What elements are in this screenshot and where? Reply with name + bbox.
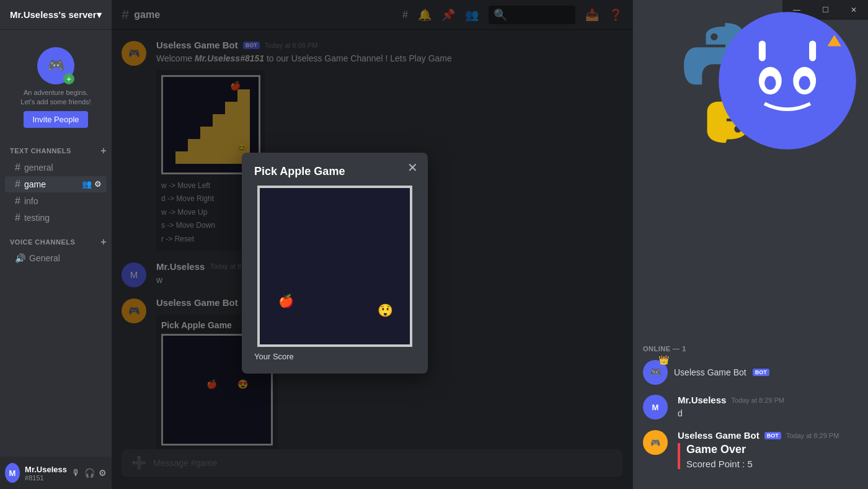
player-icon: 😲: [378, 303, 393, 318]
bot-badge: BOT: [753, 369, 769, 376]
voice-channel-name: General: [29, 253, 60, 263]
message-username: Mr.Useless: [678, 395, 726, 405]
server-name: Mr.Useless's server: [10, 9, 97, 20]
channel-sidebar: Mr.Useless's server ▾ 🎮 + An adventure b…: [0, 0, 112, 489]
profile-tagline: An adventure begins. Let's add some frie…: [20, 88, 91, 107]
speaker-icon: 🔊: [15, 253, 25, 263]
modal-score: Your Score: [254, 352, 415, 361]
voice-channels-header: VOICE CHANNELS +: [0, 227, 112, 250]
sidebar-body: 🎮 + An adventure begins. Let's add some …: [0, 30, 112, 457]
game-over-title: Game Over: [686, 443, 858, 456]
avatar: 🎮: [643, 430, 668, 455]
chevron-down-icon: ▾: [97, 9, 102, 20]
avatar: 🎮 +: [37, 47, 74, 84]
text-channels-header: TEXT CHANNELS +: [0, 135, 112, 159]
settings-icon[interactable]: ⚙: [99, 468, 107, 478]
profile-area: 🎮 + An adventure begins. Let's add some …: [0, 40, 112, 135]
microphone-icon[interactable]: 🎙: [72, 468, 81, 478]
online-banner: ONLINE — 1: [643, 345, 858, 352]
right-messages-content: ONLINE — 1 🎮 👑 Useless Game Bot BOT M Mr…: [633, 335, 868, 489]
modal-score-label: Your Score: [254, 352, 294, 361]
message-content: Useless Game Bot BOT Today at 8:29 PM Ga…: [678, 430, 858, 469]
sidebar-item-general[interactable]: # general: [5, 159, 107, 176]
right-message-1: M Mr.Useless Today at 8:29 PM d: [643, 395, 858, 420]
right-message-2: 🎮 Useless Game Bot BOT Today at 8:29 PM …: [643, 430, 858, 469]
message-time: Today at 8:29 PM: [786, 432, 839, 439]
invite-people-button[interactable]: Invite People: [24, 111, 87, 128]
crown-icon: 👑: [658, 355, 669, 365]
add-friend-icon[interactable]: +: [63, 73, 74, 84]
discord-logo: [713, 6, 862, 157]
message-content: Mr.Useless Today at 8:29 PM d: [678, 395, 858, 420]
channel-name-testing: testing: [24, 213, 50, 223]
headset-icon[interactable]: 🎧: [84, 468, 95, 478]
game-over-card: Game Over Scored Point : 5: [678, 443, 858, 469]
add-member-icon[interactable]: 👥: [82, 179, 92, 189]
user-avatar: M: [5, 463, 20, 483]
channel-name-general: general: [24, 163, 53, 173]
add-voice-channel-icon[interactable]: +: [100, 236, 107, 248]
hash-icon: #: [15, 162, 20, 173]
avatar: M: [643, 395, 668, 419]
message-text: d: [678, 408, 858, 420]
user-name: Mr.Useless: [25, 465, 67, 474]
chat-area: # game # 🔔 📌 👥 🔍 📥 ❓ 🎮 Useless Game Bot: [112, 0, 632, 489]
svg-point-2: [793, 67, 816, 94]
bot-badge: BOT: [764, 432, 781, 439]
sidebar-item-game[interactable]: # game 👥 ⚙: [5, 176, 107, 192]
right-member-item: 🎮 👑 Useless Game Bot BOT: [643, 360, 858, 385]
modal-close-button[interactable]: ✕: [407, 160, 418, 175]
message-username: Useless Game Bot: [678, 430, 760, 441]
message-header: Mr.Useless Today at 8:29 PM: [678, 395, 858, 405]
svg-marker-7: [828, 35, 841, 46]
modal-overlay: Pick Apple Game ✕ 🍎 😲 Your Score: [112, 0, 632, 489]
right-member-avatar: 🎮 👑: [643, 360, 668, 385]
svg-point-4: [799, 76, 810, 90]
modal: Pick Apple Game ✕ 🍎 😲 Your Score: [242, 153, 428, 374]
game-over-score: Scored Point : 5: [686, 459, 858, 469]
svg-point-3: [764, 76, 776, 90]
message-header: Useless Game Bot BOT Today at 8:29 PM: [678, 430, 858, 441]
apple-icon: 🍎: [278, 294, 294, 308]
add-channel-icon[interactable]: +: [100, 145, 107, 156]
sidebar-item-general-voice[interactable]: 🔊 General: [5, 251, 107, 266]
modal-game-canvas: 🍎 😲: [257, 186, 412, 347]
user-footer: M Mr.Useless #8151 🎙 🎧 ⚙: [0, 457, 112, 489]
user-info: Mr.Useless #8151: [25, 465, 67, 482]
svg-point-1: [759, 67, 782, 94]
svg-rect-6: [809, 40, 816, 61]
channel-settings: 👥 ⚙: [82, 179, 102, 189]
channel-name-game: game: [24, 179, 46, 189]
settings-icon[interactable]: ⚙: [94, 179, 102, 189]
svg-rect-5: [759, 40, 766, 61]
user-footer-icons: 🎙 🎧 ⚙: [72, 468, 107, 478]
hash-icon: #: [15, 195, 20, 207]
modal-title: Pick Apple Game: [254, 165, 415, 178]
hash-icon: #: [15, 179, 20, 190]
hash-icon: #: [15, 212, 20, 223]
svg-point-0: [719, 12, 856, 150]
python-logo: [645, 12, 807, 193]
message-time: Today at 8:29 PM: [731, 397, 784, 404]
channel-name-info: info: [24, 196, 38, 206]
server-header[interactable]: Mr.Useless's server ▾: [0, 0, 112, 30]
sidebar-item-testing[interactable]: # testing: [5, 210, 107, 226]
user-tag: #8151: [25, 474, 67, 482]
right-panel: ONLINE — 1 🎮 👑 Useless Game Bot BOT M Mr…: [632, 0, 868, 489]
member-name: Useless Game Bot: [674, 367, 746, 377]
sidebar-item-info[interactable]: # info: [5, 193, 107, 209]
